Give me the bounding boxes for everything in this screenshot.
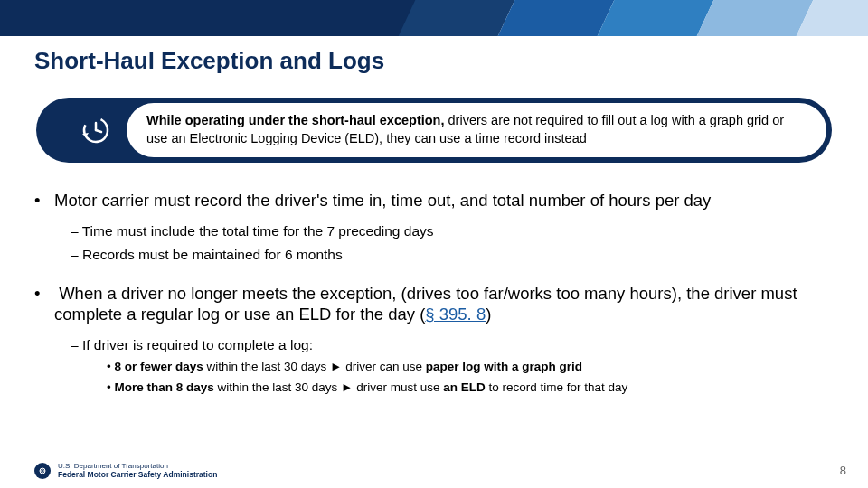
agency-line2: Federal Motor Carrier Safety Administrat… xyxy=(58,471,217,479)
regulation-link[interactable]: § 395. 8 xyxy=(425,305,486,324)
bullet-level3: More than 8 days within the last 30 days… xyxy=(34,379,834,397)
callout-panel: While operating under the short-haul exc… xyxy=(127,103,826,157)
page-title: Short-Haul Exception and Logs xyxy=(34,47,384,75)
header-banner xyxy=(0,0,868,36)
bullet-level2: Records must be maintained for 6 months xyxy=(34,245,834,265)
agency-text: U.S. Department of Transportation Federa… xyxy=(58,463,217,479)
bullet-level3: 8 or fewer days within the last 30 days … xyxy=(34,358,834,376)
page-number: 8 xyxy=(840,464,846,477)
clock-refresh-icon xyxy=(80,114,112,146)
text: within the last 30 days ► driver can use xyxy=(203,360,426,373)
callout-bold: While operating under the short-haul exc… xyxy=(146,113,445,127)
text-bold: More than 8 days xyxy=(114,380,213,394)
body-content: Motor carrier must record the driver's t… xyxy=(34,190,834,399)
svg-line-3 xyxy=(96,130,101,132)
text: ) xyxy=(486,305,491,324)
text: within the last 30 days ► driver must us… xyxy=(214,380,443,394)
text-bold: paper log with a graph grid xyxy=(426,360,582,373)
callout-text: While operating under the short-haul exc… xyxy=(146,112,807,147)
bullet-level2: If driver is required to complete a log: xyxy=(34,335,834,355)
footer-agency: U.S. Department of Transportation Federa… xyxy=(34,463,217,479)
svg-marker-1 xyxy=(82,133,89,137)
banner-solid xyxy=(0,0,434,36)
text-bold: an ELD xyxy=(443,380,486,394)
bullet-level1: Motor carrier must record the driver's t… xyxy=(34,190,834,211)
text: to record time for that day xyxy=(486,380,628,394)
bullet-level1: When a driver no longer meets the except… xyxy=(34,283,834,324)
callout-box: While operating under the short-haul exc… xyxy=(36,98,832,163)
bullet-level2: Time must include the total time for the… xyxy=(34,221,834,241)
dot-logo-icon xyxy=(34,463,51,479)
svg-point-4 xyxy=(40,468,45,474)
text-bold: 8 or fewer days xyxy=(114,360,203,373)
slide: Short-Haul Exception and Logs While oper… xyxy=(0,0,868,488)
